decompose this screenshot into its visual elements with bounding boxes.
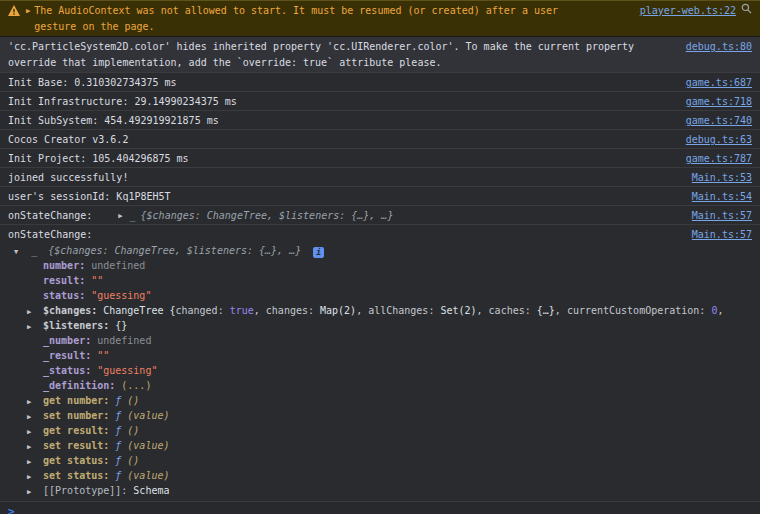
property-row-set-status: ▶ set status: ƒ (value) xyxy=(0,468,760,483)
function-glyph: ƒ xyxy=(115,455,127,466)
expand-arrow-icon[interactable]: ▶ xyxy=(27,470,37,483)
source-link[interactable]: game.ts:687 xyxy=(686,75,752,91)
expand-arrow-icon[interactable]: ▶ xyxy=(27,395,37,408)
object-property-tree: number: undefined result: "" status: "gu… xyxy=(0,258,760,499)
source-link[interactable]: game.ts:787 xyxy=(686,151,752,167)
function-args: (value) xyxy=(127,410,169,421)
function-args: () xyxy=(127,455,139,466)
expand-arrow-icon[interactable]: ▶ xyxy=(26,3,30,19)
property-value: Schema xyxy=(133,485,169,496)
expand-arrow-icon[interactable]: ▶ xyxy=(27,455,37,468)
object-preview: {$changes: ChangeTree, $listeners: {…}, … xyxy=(48,245,301,256)
property-key: get number: xyxy=(43,395,115,406)
property-row-_definition: _definition: (...) xyxy=(0,378,760,393)
property-value: "guessing" xyxy=(97,365,157,376)
info-icon[interactable]: i xyxy=(313,247,324,258)
devtools-console: ▶ The AudioContext was not allowed to st… xyxy=(0,0,760,514)
console-message-init-base: Init Base: 0.310302734375 ms game.ts:687 xyxy=(0,73,760,92)
expand-arrow-icon[interactable]: ▶ xyxy=(27,440,37,453)
console-message-init-infrastructure: Init Infrastructure: 29.14990234375 ms g… xyxy=(0,92,760,111)
preview-value: Set(2) xyxy=(440,305,476,316)
source-link[interactable]: Main.ts:57 xyxy=(692,227,752,243)
log-text: user's sessionId: Kq1P8EH5T xyxy=(8,189,171,205)
lazy-getter-ellipsis[interactable]: (...) xyxy=(121,380,151,391)
property-row-number: number: undefined xyxy=(0,258,760,273)
expand-arrow-icon[interactable]: ▶ xyxy=(27,485,37,498)
console-message-cocos-version: Cocos Creator v3.6.2 debug.ts:63 xyxy=(0,130,760,149)
expand-arrow-icon[interactable]: ▶ xyxy=(27,425,37,438)
console-message-session-id: user's sessionId: Kq1P8EH5T Main.ts:54 xyxy=(0,187,760,206)
property-key: get status: xyxy=(43,455,115,466)
property-row-listeners: ▶ $listeners: {} xyxy=(0,318,760,333)
property-row-set-result: ▶ set result: ƒ (value) xyxy=(0,438,760,453)
warning-text-line2: override that implementation, add the `o… xyxy=(8,55,634,71)
log-text: Init Project: 105.404296875 ms xyxy=(8,151,189,167)
preview-key: , allChanges: xyxy=(356,305,440,316)
property-key: _definition: xyxy=(43,380,121,391)
preview-value: true xyxy=(230,305,254,316)
expand-arrow-icon[interactable]: ▶ xyxy=(27,320,37,333)
collapse-arrow-icon[interactable]: ▼ xyxy=(14,244,18,260)
property-row-get-result: ▶ get result: ƒ () xyxy=(0,423,760,438)
console-message-warning-particlesystem: 'cc.ParticleSystem2D.color' hides inheri… xyxy=(0,37,760,73)
property-key: get result: xyxy=(43,425,115,436)
preview-key: changed: xyxy=(176,305,230,316)
property-key: number: xyxy=(43,260,91,271)
source-link[interactable]: Main.ts:54 xyxy=(692,189,752,205)
source-link[interactable]: Main.ts:57 xyxy=(692,208,752,224)
preview-key: , caches: xyxy=(477,305,537,316)
property-key: result: xyxy=(43,275,91,286)
console-message-joined: joined successfully! Main.ts:53 xyxy=(0,168,760,187)
log-text: onStateChange: xyxy=(8,227,92,243)
source-link[interactable]: game.ts:740 xyxy=(686,113,752,129)
console-prompt[interactable]: > xyxy=(0,502,760,514)
property-key: _result: xyxy=(43,350,97,361)
property-row-_status: _status: "guessing" xyxy=(0,363,760,378)
console-message-warning-audiocontext: ▶ The AudioContext was not allowed to st… xyxy=(0,0,760,37)
source-link[interactable]: player-web.ts:22 xyxy=(640,3,736,19)
property-row-get-status: ▶ get status: ƒ () xyxy=(0,453,760,468)
preview-class: ChangeTree { xyxy=(103,305,175,316)
property-value: {} xyxy=(115,320,127,331)
source-link[interactable]: game.ts:718 xyxy=(686,94,752,110)
log-text: Cocos Creator v3.6.2 xyxy=(8,132,128,148)
property-key: set result: xyxy=(43,440,115,451)
expand-arrow-icon[interactable]: ▶ xyxy=(27,305,37,318)
property-row-set-number: ▶ set number: ƒ (value) xyxy=(0,408,760,423)
property-key: status: xyxy=(43,290,91,301)
log-text: joined successfully! xyxy=(8,170,128,186)
warning-text-line1: The AudioContext was not allowed to star… xyxy=(34,3,558,19)
property-row-changes: ▶ $changes: ChangeTree {changed: true, c… xyxy=(0,303,760,318)
preview-key: , changes: xyxy=(254,305,320,316)
prompt-chevron-icon: > xyxy=(8,505,15,514)
property-row-_number: _number: undefined xyxy=(0,333,760,348)
console-message-onstatechange-collapsed: onStateChange: ▶ _ {$changes: ChangeTree… xyxy=(0,206,760,225)
source-link[interactable]: debug.ts:63 xyxy=(686,132,752,148)
property-key: _number: xyxy=(43,335,97,346)
property-value: "guessing" xyxy=(91,290,151,301)
function-args: () xyxy=(127,425,139,436)
function-glyph: ƒ xyxy=(115,440,127,451)
property-key: set number: xyxy=(43,410,115,421)
source-link[interactable]: debug.ts:80 xyxy=(686,39,752,55)
console-input[interactable] xyxy=(21,505,752,514)
property-value: undefined xyxy=(97,335,151,346)
property-key: _status: xyxy=(43,365,97,376)
property-value: undefined xyxy=(91,260,145,271)
log-text: Init SubSystem: 454.492919921875 ms xyxy=(8,113,219,129)
warning-text-line2: gesture on the page. xyxy=(34,19,558,35)
function-glyph: ƒ xyxy=(115,395,127,406)
object-root: ▼ _ {$changes: ChangeTree, $listeners: {… xyxy=(0,243,760,258)
property-value: "" xyxy=(91,275,103,286)
expand-arrow-icon[interactable]: ▶ xyxy=(118,208,122,224)
property-row-_result: _result: "" xyxy=(0,348,760,363)
expand-arrow-icon[interactable]: ▶ xyxy=(27,410,37,423)
source-link[interactable]: Main.ts:53 xyxy=(692,170,752,186)
search-icon[interactable] xyxy=(741,3,752,19)
function-glyph: ƒ xyxy=(115,470,127,481)
property-value: "" xyxy=(97,350,109,361)
preview-value: {…} xyxy=(537,305,555,316)
property-row-result: result: "" xyxy=(0,273,760,288)
function-args: (value) xyxy=(127,470,169,481)
function-args: (value) xyxy=(127,440,169,451)
